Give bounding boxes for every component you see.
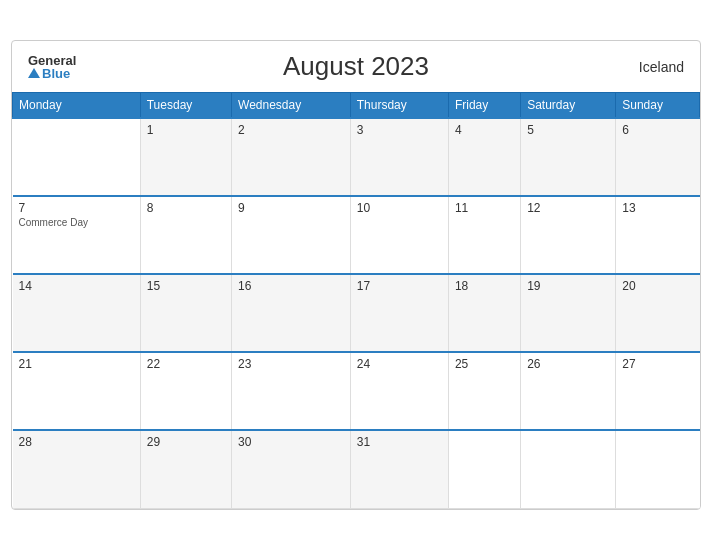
day-number: 6 <box>622 123 693 137</box>
calendar-cell: 8 <box>140 196 231 274</box>
calendar-cell: 4 <box>448 118 520 196</box>
week-row-4: 21222324252627 <box>13 352 700 430</box>
calendar-cell: 20 <box>616 274 700 352</box>
calendar-cell: 28 <box>13 430 141 508</box>
day-number: 28 <box>19 435 134 449</box>
calendar-cell: 10 <box>350 196 448 274</box>
calendar-cell: 21 <box>13 352 141 430</box>
day-number: 11 <box>455 201 514 215</box>
day-number: 22 <box>147 357 225 371</box>
day-number: 5 <box>527 123 609 137</box>
day-number: 20 <box>622 279 693 293</box>
day-number: 25 <box>455 357 514 371</box>
calendar-cell: 19 <box>521 274 616 352</box>
calendar-cell: 5 <box>521 118 616 196</box>
week-row-1: 123456 <box>13 118 700 196</box>
logo-blue-text: Blue <box>28 67 76 80</box>
day-number: 12 <box>527 201 609 215</box>
day-number: 8 <box>147 201 225 215</box>
day-number: 1 <box>147 123 225 137</box>
calendar-cell: 7Commerce Day <box>13 196 141 274</box>
calendar-cell: 25 <box>448 352 520 430</box>
day-number: 21 <box>19 357 134 371</box>
calendar-cell: 2 <box>232 118 351 196</box>
calendar-cell: 3 <box>350 118 448 196</box>
calendar-cell: 17 <box>350 274 448 352</box>
calendar-cell: 11 <box>448 196 520 274</box>
calendar-cell: 12 <box>521 196 616 274</box>
weekday-header-sunday: Sunday <box>616 93 700 119</box>
day-number: 27 <box>622 357 693 371</box>
calendar-cell <box>521 430 616 508</box>
day-number: 13 <box>622 201 693 215</box>
weekday-header-monday: Monday <box>13 93 141 119</box>
calendar-cell: 1 <box>140 118 231 196</box>
week-row-2: 7Commerce Day8910111213 <box>13 196 700 274</box>
weekday-header-wednesday: Wednesday <box>232 93 351 119</box>
day-number: 30 <box>238 435 344 449</box>
calendar-container: General Blue August 2023 Iceland MondayT… <box>11 40 701 510</box>
day-number: 26 <box>527 357 609 371</box>
calendar-header: General Blue August 2023 Iceland <box>12 41 700 92</box>
weekday-header-row: MondayTuesdayWednesdayThursdayFridaySatu… <box>13 93 700 119</box>
calendar-cell: 6 <box>616 118 700 196</box>
calendar-cell: 14 <box>13 274 141 352</box>
calendar-cell: 27 <box>616 352 700 430</box>
day-number: 10 <box>357 201 442 215</box>
logo-triangle-icon <box>28 68 40 78</box>
day-number: 7 <box>19 201 134 215</box>
weekday-header-friday: Friday <box>448 93 520 119</box>
day-number: 2 <box>238 123 344 137</box>
day-number: 23 <box>238 357 344 371</box>
weekday-header-saturday: Saturday <box>521 93 616 119</box>
holiday-label: Commerce Day <box>19 217 134 228</box>
day-number: 19 <box>527 279 609 293</box>
calendar-cell: 31 <box>350 430 448 508</box>
week-row-5: 28293031 <box>13 430 700 508</box>
calendar-cell: 22 <box>140 352 231 430</box>
calendar-cell <box>13 118 141 196</box>
week-row-3: 14151617181920 <box>13 274 700 352</box>
calendar-cell: 26 <box>521 352 616 430</box>
calendar-cell: 13 <box>616 196 700 274</box>
calendar-cell: 16 <box>232 274 351 352</box>
day-number: 18 <box>455 279 514 293</box>
day-number: 24 <box>357 357 442 371</box>
day-number: 16 <box>238 279 344 293</box>
day-number: 29 <box>147 435 225 449</box>
calendar-cell: 29 <box>140 430 231 508</box>
calendar-cell <box>616 430 700 508</box>
logo: General Blue <box>28 54 76 80</box>
day-number: 14 <box>19 279 134 293</box>
day-number: 31 <box>357 435 442 449</box>
day-number: 17 <box>357 279 442 293</box>
day-number: 4 <box>455 123 514 137</box>
calendar-title: August 2023 <box>283 51 429 82</box>
calendar-grid: MondayTuesdayWednesdayThursdayFridaySatu… <box>12 92 700 509</box>
country-label: Iceland <box>639 59 684 75</box>
calendar-cell: 23 <box>232 352 351 430</box>
calendar-cell <box>448 430 520 508</box>
calendar-cell: 9 <box>232 196 351 274</box>
day-number: 3 <box>357 123 442 137</box>
calendar-cell: 30 <box>232 430 351 508</box>
weekday-header-tuesday: Tuesday <box>140 93 231 119</box>
calendar-cell: 24 <box>350 352 448 430</box>
weekday-header-thursday: Thursday <box>350 93 448 119</box>
calendar-cell: 15 <box>140 274 231 352</box>
day-number: 9 <box>238 201 344 215</box>
calendar-cell: 18 <box>448 274 520 352</box>
day-number: 15 <box>147 279 225 293</box>
